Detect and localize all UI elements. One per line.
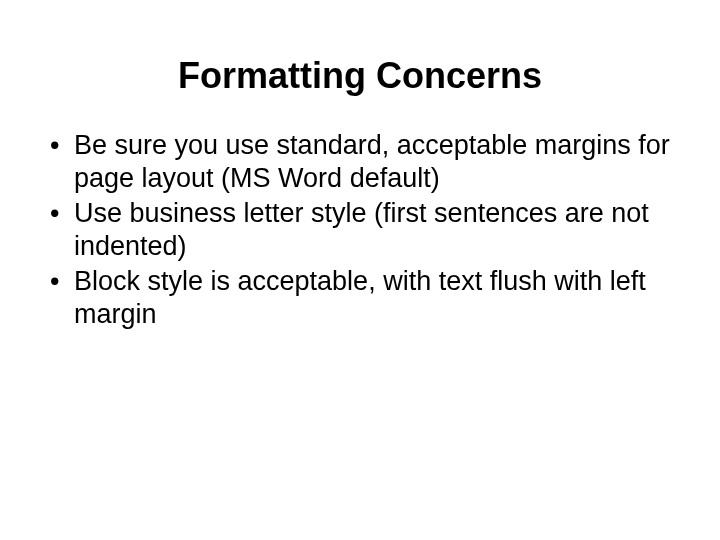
- bullet-item: Be sure you use standard, acceptable mar…: [50, 129, 670, 195]
- slide-title: Formatting Concerns: [50, 55, 670, 97]
- bullet-item: Use business letter style (first sentenc…: [50, 197, 670, 263]
- slide-container: Formatting Concerns Be sure you use stan…: [0, 0, 720, 540]
- bullet-list: Be sure you use standard, acceptable mar…: [50, 129, 670, 331]
- bullet-item: Block style is acceptable, with text flu…: [50, 265, 670, 331]
